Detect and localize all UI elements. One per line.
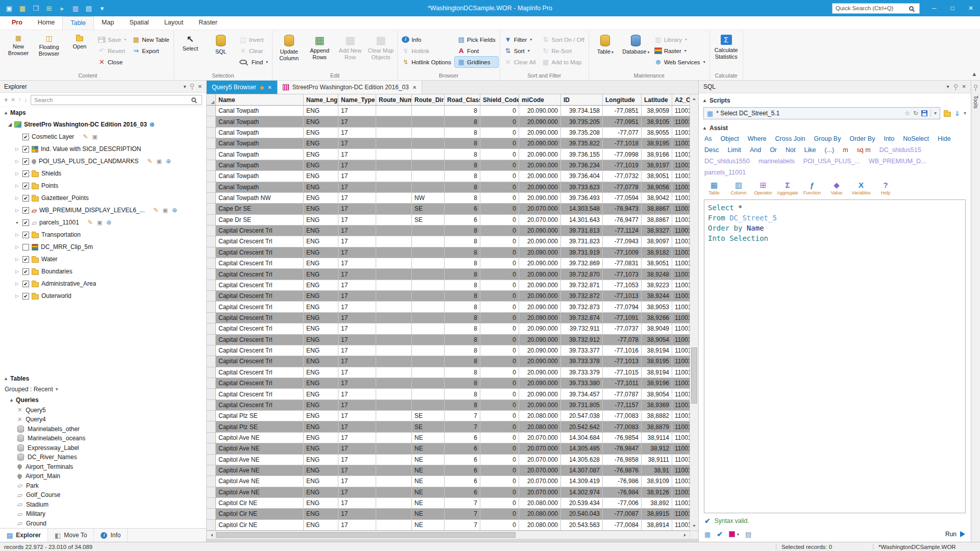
assist-button-table[interactable]: ▦Table <box>703 181 725 195</box>
cell[interactable]: Capitol Ave NE <box>216 476 304 487</box>
cell[interactable]: 39.736.234 <box>561 160 603 171</box>
cell[interactable]: 0 <box>480 520 519 531</box>
cell[interactable]: 7 <box>445 498 480 509</box>
queries-section-header[interactable]: ▴Queries <box>0 394 206 406</box>
cell[interactable]: 20.090.000 <box>519 160 561 171</box>
cell[interactable]: NE <box>412 520 445 531</box>
cell[interactable] <box>412 116 445 127</box>
cell[interactable]: 20.080.000 <box>519 421 561 432</box>
cell[interactable] <box>412 280 445 291</box>
pin-panel-icon[interactable] <box>954 84 958 88</box>
cell[interactable]: 11001 <box>672 313 690 323</box>
cell[interactable]: -77,1009 <box>603 247 642 258</box>
cell[interactable]: 17 <box>338 215 376 226</box>
cell[interactable] <box>376 128 412 138</box>
cell[interactable]: 6 <box>445 215 480 226</box>
cell[interactable]: 14.309.419 <box>561 476 603 487</box>
cell[interactable] <box>376 138 412 149</box>
column-header-route-dir[interactable]: Route_Dir <box>412 94 445 106</box>
layer-visibility-checkbox[interactable]: ✔ <box>22 232 29 238</box>
cell[interactable]: ENG <box>304 116 338 127</box>
cell[interactable]: 20.539.434 <box>561 498 603 509</box>
layer-globe-mini[interactable]: ⊕ <box>172 207 177 213</box>
cell[interactable]: 8 <box>445 280 480 291</box>
save-button[interactable]: Save▾ <box>95 34 129 45</box>
table-item-ground[interactable]: ▱Ground <box>0 519 206 529</box>
cell[interactable]: 0 <box>480 378 519 389</box>
cell[interactable]: ENG <box>304 335 338 345</box>
cell[interactable]: 17 <box>338 509 376 519</box>
cell[interactable]: 0 <box>480 182 519 193</box>
cell[interactable]: 17 <box>338 389 376 399</box>
close-panel-icon[interactable]: ✕ <box>198 84 202 89</box>
cell[interactable]: -77,0943 <box>603 236 642 247</box>
cell[interactable]: 20.090.000 <box>519 171 561 182</box>
column-header-name-lng[interactable]: Name_Lng <box>304 94 338 106</box>
cell[interactable]: 11001 <box>672 411 690 421</box>
cell[interactable] <box>376 335 412 345</box>
cell[interactable]: NE <box>412 498 445 509</box>
cell[interactable]: 11001 <box>672 226 690 236</box>
row-selector[interactable] <box>207 116 216 127</box>
tools-icon[interactable]: ⊞ <box>43 2 55 14</box>
row-selector[interactable] <box>207 193 216 204</box>
cell[interactable]: 11001 <box>672 433 690 443</box>
cell[interactable]: 20.090.000 <box>519 378 561 389</box>
assist-button-aggregate[interactable]: ΣAggregate <box>777 181 798 195</box>
cell[interactable]: -76,9473 <box>603 204 642 214</box>
cell[interactable]: Capitol Cir NE <box>216 509 304 519</box>
cell[interactable]: -77,1016 <box>603 345 642 356</box>
cell[interactable]: -77,1073 <box>603 269 642 280</box>
explorer-search-input[interactable]: Search <box>31 95 202 105</box>
cell[interactable]: 20.070.000 <box>519 204 561 214</box>
export-button[interactable]: ⇒Export <box>130 45 172 56</box>
layer-item-cosmetic-layer[interactable]: ✔Cosmetic Layer✎▣ <box>0 131 206 143</box>
cell[interactable]: 11001 <box>672 215 690 226</box>
cell[interactable]: 38,9053 <box>642 302 672 312</box>
cell[interactable]: 8 <box>445 171 480 182</box>
row-selector[interactable] <box>207 367 216 378</box>
table-item-airport-terminals[interactable]: Airport_Terminals <box>0 462 206 472</box>
cell[interactable]: 6 <box>445 433 480 443</box>
cell[interactable]: 38,9248 <box>642 269 672 280</box>
cell[interactable] <box>376 171 412 182</box>
cell[interactable]: 8 <box>445 247 480 258</box>
row-selector[interactable] <box>207 215 216 226</box>
cell[interactable] <box>412 149 445 160</box>
cell[interactable]: 20.547.038 <box>561 411 603 421</box>
cell[interactable]: 8 <box>445 335 480 345</box>
cell[interactable]: 17 <box>338 291 376 302</box>
cell[interactable]: 39.731.813 <box>561 226 603 236</box>
cell[interactable]: 39.734.158 <box>561 106 603 116</box>
panel-tab-explorer[interactable]: ▤Explorer <box>0 529 48 542</box>
gridlines-button[interactable]: ▦Gridlines <box>455 57 498 67</box>
scroll-left-button[interactable] <box>207 531 215 539</box>
assist-button-column[interactable]: ▥Column <box>728 181 749 195</box>
panel-menu-icon[interactable]: ▾ <box>947 84 949 89</box>
cell[interactable]: ENG <box>304 215 338 226</box>
cell[interactable]: 20.090.000 <box>519 236 561 247</box>
cell[interactable]: Canal Towpath NW <box>216 193 304 204</box>
cell[interactable]: SE <box>412 421 445 432</box>
cell[interactable]: ENG <box>304 476 338 487</box>
cell[interactable]: 0 <box>480 421 519 432</box>
select-button[interactable]: ↖Select <box>176 32 205 71</box>
cell[interactable]: -76,9854 <box>603 433 642 443</box>
star-icon[interactable]: ☆ <box>904 110 910 116</box>
cell[interactable]: 0 <box>480 356 519 367</box>
row-selector[interactable] <box>207 465 216 476</box>
cell[interactable] <box>412 345 445 356</box>
cell[interactable]: 20.080.000 <box>519 520 561 531</box>
cell[interactable]: 20.090.000 <box>519 106 561 116</box>
cell[interactable]: 0 <box>480 465 519 476</box>
row-selector[interactable] <box>207 323 216 334</box>
assist-keyword-sq-m[interactable]: sq m <box>857 146 871 154</box>
cell[interactable]: ENG <box>304 433 338 443</box>
cell[interactable]: 38,9195 <box>642 356 672 367</box>
cell[interactable]: 20.070.000 <box>519 215 561 226</box>
horizontal-scrollbar[interactable] <box>207 531 690 539</box>
new-table-button[interactable]: ▦New Table <box>130 34 172 45</box>
cell[interactable]: 17 <box>338 258 376 269</box>
layer-visibility-checkbox[interactable]: ✔ <box>22 146 29 153</box>
cell[interactable] <box>412 356 445 367</box>
